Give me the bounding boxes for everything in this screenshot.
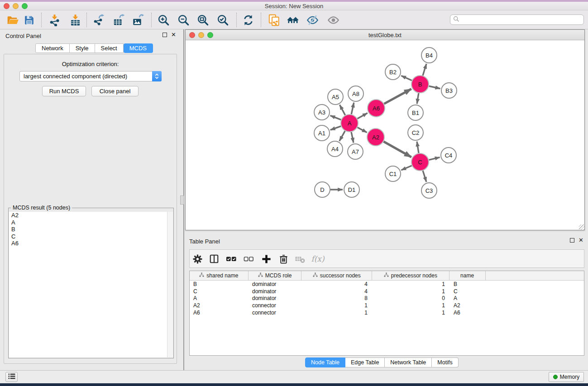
tab-mcds[interactable]: MCDS [124, 43, 153, 53]
result-scrollbar[interactable] [167, 212, 173, 357]
graph-edge-A6-B[interactable] [384, 89, 411, 104]
graph-node-label: C4 [445, 152, 453, 159]
table-row[interactable]: A2connector11A2 [190, 302, 584, 309]
select-all-rows-icon[interactable] [224, 252, 239, 266]
column-label: successor nodes [320, 272, 361, 279]
graph-edge-C-C4[interactable] [429, 157, 440, 160]
graph-edge-A-A1[interactable] [330, 126, 341, 130]
table-cell: C [190, 288, 249, 295]
graph-node-label: A6 [373, 105, 380, 112]
show-columns-icon[interactable] [207, 252, 221, 266]
control-panel-tabs: NetworkStyleSelectMCDS [35, 43, 153, 53]
task-history-button[interactable] [5, 372, 18, 382]
table-row[interactable]: Adominator80A [190, 295, 584, 302]
show-all-icon[interactable] [325, 12, 341, 28]
graph-node-label: D1 [348, 186, 356, 193]
tab-network-table[interactable]: Network Table [385, 357, 432, 367]
search-box[interactable] [450, 14, 584, 25]
table-row[interactable]: Cdominator41C [190, 288, 584, 295]
close-panel-icon[interactable]: ✕ [171, 33, 176, 37]
network-canvas[interactable]: AA1A2A3A4A5A6A7A8BB1B2B3B4CC1C2C3C4DD1 [186, 40, 584, 230]
column-header-predecessor-nodes[interactable]: predecessor nodes [372, 271, 449, 280]
tab-style[interactable]: Style [70, 43, 95, 53]
new-network-from-selection-icon[interactable] [266, 12, 282, 28]
splitter-grip[interactable] [180, 195, 184, 205]
memory-button[interactable]: Memory [549, 372, 584, 382]
import-table-icon[interactable] [67, 12, 83, 28]
graph-edge-C-C1[interactable] [401, 166, 411, 170]
graph-edge-C-C2[interactable] [417, 142, 419, 153]
create-column-icon[interactable] [259, 252, 273, 266]
hide-selected-icon[interactable] [304, 12, 320, 28]
search-input[interactable] [461, 15, 583, 24]
table-row[interactable]: Bdominator41B [190, 281, 584, 288]
graph-edge-B-B2[interactable] [401, 76, 412, 81]
delete-table-icon [293, 252, 307, 266]
graph-edge-A-A6[interactable] [357, 113, 367, 119]
column-header-empty [486, 271, 584, 280]
result-item[interactable]: A [9, 219, 173, 226]
resize-grip[interactable] [579, 224, 584, 230]
graph-edge-A-A3[interactable] [330, 115, 341, 119]
memory-status-icon [553, 375, 558, 379]
zoom-selected-icon[interactable] [215, 12, 231, 28]
tab-edge-table[interactable]: Edge Table [345, 357, 385, 367]
graph-edge-A-A8[interactable] [351, 103, 354, 114]
table-cell: 1 [373, 288, 450, 295]
graph-node-label: C3 [425, 187, 433, 194]
column-header-successor-nodes[interactable]: successor nodes [301, 271, 372, 280]
graph-edge-B-B4[interactable] [423, 64, 426, 76]
export-network-icon[interactable] [91, 12, 107, 28]
graph-node-label: B4 [425, 52, 433, 59]
graph-edge-A-A7[interactable] [351, 132, 354, 143]
deselect-all-rows-icon[interactable] [241, 252, 256, 266]
zoom-fit-icon[interactable] [195, 12, 211, 28]
save-session-icon[interactable] [21, 12, 37, 28]
toolbar-separator [151, 13, 152, 27]
select-first-neighbors-icon[interactable] [285, 12, 301, 28]
tab-node-table[interactable]: Node Table [305, 357, 345, 367]
import-network-icon[interactable] [46, 12, 62, 28]
table-cell: 8 [302, 295, 373, 301]
zoom-out-icon[interactable] [175, 12, 191, 28]
zoom-in-icon[interactable] [155, 12, 172, 28]
column-header-shared-name[interactable]: shared name [190, 271, 249, 280]
result-item[interactable]: A6 [9, 240, 173, 247]
table-tabs: Node TableEdge TableNetwork TableMotifs [305, 357, 459, 367]
export-table-icon[interactable] [110, 12, 127, 28]
graph-edge-A-A2[interactable] [358, 127, 367, 132]
graph-edge-A-A5[interactable] [339, 105, 345, 115]
graph-edge-A2-C[interactable] [383, 142, 411, 157]
table-cell: 0 [373, 295, 450, 301]
refresh-icon[interactable] [240, 12, 256, 28]
criterion-dropdown[interactable]: largest connected component (directed) [19, 71, 162, 81]
graph-node-label: B2 [389, 69, 397, 76]
table-cell: A [450, 295, 486, 301]
delete-column-icon[interactable] [276, 252, 291, 266]
graph-edge-A-A4[interactable] [339, 131, 345, 141]
tab-network[interactable]: Network [35, 43, 70, 53]
table-cell: A2 [190, 302, 249, 309]
graph-edge-C-C3[interactable] [423, 171, 426, 182]
tab-select[interactable]: Select [95, 43, 124, 53]
column-settings-icon[interactable] [190, 252, 205, 266]
table-cell: 4 [302, 288, 373, 295]
close-panel-button[interactable]: Close panel [91, 86, 139, 96]
result-item[interactable]: B [9, 226, 173, 233]
result-item[interactable]: C [9, 233, 173, 240]
result-item[interactable]: A2 [9, 212, 173, 219]
graph-edge-B-B3[interactable] [429, 86, 440, 88]
column-header-name[interactable]: name [449, 271, 486, 280]
float-table-panel-icon[interactable] [570, 238, 574, 243]
column-label: MCDS role [265, 272, 292, 279]
float-panel-icon[interactable] [163, 33, 167, 37]
close-table-panel-icon[interactable]: ✕ [578, 238, 583, 243]
tab-motifs[interactable]: Motifs [432, 357, 458, 367]
graph-edge-B-B1[interactable] [417, 93, 419, 104]
export-image-icon[interactable] [130, 12, 146, 28]
run-mcds-button[interactable]: Run MCDS [42, 86, 86, 96]
open-session-icon[interactable] [5, 12, 21, 28]
node-table: shared nameMCDS rolesuccessor nodesprede… [189, 271, 584, 356]
column-header-MCDS-role[interactable]: MCDS role [249, 271, 302, 280]
table-row[interactable]: A6connector11A6 [190, 309, 584, 316]
